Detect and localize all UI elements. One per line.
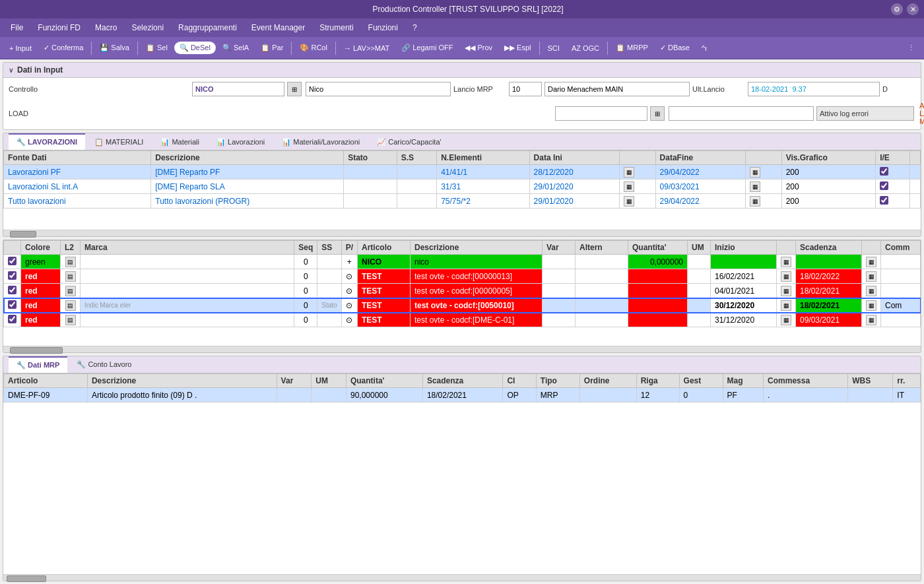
toolbar-mrpp[interactable]: 📋 MRPP xyxy=(610,42,653,54)
load-desc-input[interactable] xyxy=(669,106,814,121)
menu-macro[interactable]: Macro xyxy=(88,21,123,34)
th-seq: Seq xyxy=(294,241,317,255)
row-checkbox[interactable] xyxy=(8,286,16,294)
toolbar-rcol[interactable]: 🎨 RCol xyxy=(294,42,333,54)
toolbar-espl[interactable]: ▶▶ Espl xyxy=(499,42,536,54)
source-scroll-thumb[interactable] xyxy=(10,231,36,238)
toolbar-salva[interactable]: 💾 Salva xyxy=(94,42,135,54)
toolbar-sci[interactable]: SCI xyxy=(543,42,565,54)
row-checkbox[interactable] xyxy=(8,271,16,280)
l2-btn[interactable]: ▤ xyxy=(65,315,76,325)
scad-btn[interactable]: ▦ xyxy=(866,286,876,296)
toolbar-extra[interactable]: ^ι xyxy=(696,42,712,54)
mrp-scroll-thumb[interactable] xyxy=(7,575,46,582)
source-row[interactable]: Lavorazioni SL int.A [DME] Reparto SLA 3… xyxy=(4,179,921,194)
l2-btn[interactable]: ▤ xyxy=(65,257,76,267)
tab-lavorazioni[interactable]: 🔧 LAVORAZIONI xyxy=(9,133,85,150)
sep4 xyxy=(335,42,336,55)
proc-row[interactable]: red ▤ IndicMarca eler 0 Stato ⊙ TEST tes… xyxy=(4,298,921,313)
date-btn[interactable]: ▦ xyxy=(624,181,634,192)
load-btn[interactable]: ⊞ xyxy=(650,106,665,121)
datafine-btn-cell: ▦ xyxy=(746,165,781,179)
inizio-btn[interactable]: ▦ xyxy=(781,286,791,296)
tab-lavorazioni-chart[interactable]: 📊 Lavorazioni xyxy=(209,133,273,150)
toolbar-par[interactable]: 📋 Par xyxy=(255,42,288,54)
ult-lancio-input[interactable] xyxy=(748,82,880,96)
menu-event-manager[interactable]: Event Manager xyxy=(245,21,312,34)
row-checkbox[interactable] xyxy=(8,257,16,265)
controllo-input[interactable] xyxy=(192,82,284,96)
menu-funzioni[interactable]: Funzioni xyxy=(362,21,405,34)
inizio-btn[interactable]: ▦ xyxy=(781,300,791,311)
toolbar-az-ogc[interactable]: AZ OGC xyxy=(566,42,605,54)
controllo-desc-input[interactable] xyxy=(306,82,451,96)
proc-scrollbar[interactable] xyxy=(3,346,921,352)
collapse-btn[interactable]: ∨ xyxy=(9,67,13,74)
row-checkbox[interactable] xyxy=(8,300,16,309)
source-row[interactable]: Lavorazioni PF [DME] Reparto PF 41/41/1 … xyxy=(4,165,921,179)
proc-row[interactable]: red ▤ 0 ⊙ TEST test ovte - codcf:[DME-C-… xyxy=(4,313,921,327)
settings-button[interactable]: ⚙ xyxy=(891,3,903,15)
tab-materiali-chart[interactable]: 📊 Materiali xyxy=(152,133,207,150)
bottom-tab-conto-lavoro[interactable]: 🔧 Conto Lavoro xyxy=(69,357,139,372)
toolbar-input[interactable]: + Input xyxy=(4,42,37,54)
menu-selezioni[interactable]: Selezioni xyxy=(125,21,170,34)
close-button[interactable]: ✕ xyxy=(907,3,919,15)
proc-scroll-thumb[interactable] xyxy=(10,347,63,354)
proc-row[interactable]: green ▤ 0 + NICO nico 0,000000 ▦ ▦ xyxy=(4,255,921,269)
load-input[interactable] xyxy=(555,106,647,121)
scad-btn[interactable]: ▦ xyxy=(866,271,876,282)
ie-checkbox[interactable] xyxy=(880,167,888,176)
date-btn2[interactable]: ▦ xyxy=(750,196,760,207)
proc-tbody: green ▤ 0 + NICO nico 0,000000 ▦ ▦ red ▤… xyxy=(4,255,921,327)
toolbar-menu-more[interactable]: ⋮ xyxy=(902,42,920,54)
menu-raggruppamenti[interactable]: Raggruppamenti xyxy=(172,21,244,34)
source-row[interactable]: Tutto lavorazioni Tutto lavorazioni (PRO… xyxy=(4,194,921,209)
scad-btn[interactable]: ▦ xyxy=(866,300,876,311)
l2-btn[interactable]: ▤ xyxy=(65,271,76,282)
attivo-log-input[interactable] xyxy=(816,106,914,121)
menu-strumenti[interactable]: Strumenti xyxy=(313,21,360,34)
toolbar-desel[interactable]: 🔍 DeSel xyxy=(174,42,216,54)
user-input[interactable] xyxy=(544,82,690,96)
scad-btn[interactable]: ▦ xyxy=(866,257,876,267)
tab-mat-lav[interactable]: 📊 Materiali/Lavorazioni xyxy=(274,133,368,150)
toolbar-sel[interactable]: 📋 Sel xyxy=(141,42,173,54)
tab-carico[interactable]: 📈 Carico/Capacita' xyxy=(369,133,449,150)
var-cell xyxy=(543,298,576,313)
inizio-btn[interactable]: ▦ xyxy=(781,315,791,325)
date-btn2[interactable]: ▦ xyxy=(750,181,760,192)
mrp-row[interactable]: DME-PF-09 Articolo prodotto finito (09) … xyxy=(4,388,921,403)
menu-funzioni-fd[interactable]: Funzioni FD xyxy=(31,21,87,34)
mrp-scrollbar[interactable] xyxy=(3,574,921,581)
tab-materiali[interactable]: 📋 MATERIALI xyxy=(86,133,151,150)
date-btn2[interactable]: ▦ xyxy=(750,167,760,178)
toolbar-conferma[interactable]: ✓ Conferma xyxy=(38,42,88,54)
date-btn[interactable]: ▦ xyxy=(624,196,634,207)
l2-btn[interactable]: ▤ xyxy=(65,286,76,296)
inizio-btn[interactable]: ▦ xyxy=(781,257,791,267)
l2-btn[interactable]: ▤ xyxy=(65,300,76,311)
toolbar-legami-off[interactable]: 🔗 Legami OFF xyxy=(396,42,458,54)
toolbar-dbase[interactable]: ✓ DBase xyxy=(655,42,695,54)
l2-cell: ▤ xyxy=(61,313,81,327)
controllo-btn[interactable]: ⊞ xyxy=(287,82,302,96)
menu-help[interactable]: ? xyxy=(406,21,424,34)
row-checkbox[interactable] xyxy=(8,315,16,323)
source-table-container: Fonte Dati Descrizione Stato S.S N.Eleme… xyxy=(3,150,921,230)
th-um2: UM xyxy=(312,374,346,388)
source-scrollbar[interactable] xyxy=(3,230,921,236)
proc-row[interactable]: red ▤ 0 ⊙ TEST test ovte - codcf:[000000… xyxy=(4,284,921,298)
proc-row[interactable]: red ▤ 0 ⊙ TEST test ovte - codcf:[000000… xyxy=(4,269,921,284)
ie-checkbox[interactable] xyxy=(880,181,888,190)
menu-file[interactable]: File xyxy=(4,21,30,34)
toolbar-lav-mat[interactable]: → LAV>>MAT xyxy=(339,42,395,54)
toolbar-sela[interactable]: 🔍 SelA xyxy=(217,42,254,54)
scad-btn[interactable]: ▦ xyxy=(866,315,876,325)
toolbar-prov[interactable]: ◀◀ Prov xyxy=(459,42,498,54)
inizio-btn[interactable]: ▦ xyxy=(781,271,791,282)
bottom-tab-dati-mrp[interactable]: 🔧 Dati MRP xyxy=(9,356,67,373)
date-btn[interactable]: ▦ xyxy=(624,167,634,178)
lancio-mrp-input[interactable] xyxy=(509,82,542,96)
ie-checkbox[interactable] xyxy=(880,196,888,205)
